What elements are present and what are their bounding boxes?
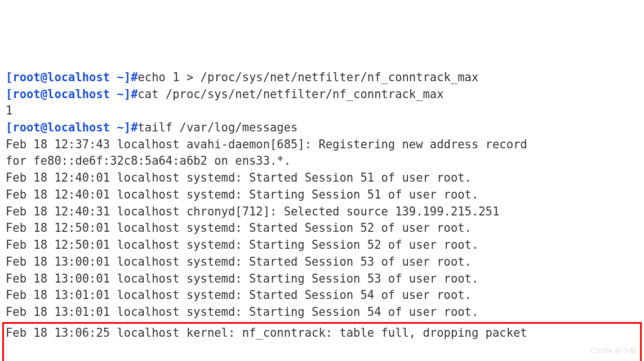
log-line: Feb 18 12:37:43 localhost avahi-daemon[6… — [6, 138, 527, 151]
log-line: Feb 18 12:40:01 localhost systemd: Start… — [6, 171, 472, 184]
highlight-box: Feb 18 13:06:25 localhost kernel: nf_con… — [2, 322, 642, 361]
terminal-output[interactable]: [root@localhost ~]#echo 1 > /proc/sys/ne… — [6, 69, 638, 361]
log-line: Feb 18 12:50:01 localhost systemd: Start… — [6, 221, 472, 235]
log-line: Feb 18 12:40:01 localhost systemd: Start… — [6, 188, 478, 201]
watermark-text: CSDN @小鱼 — [590, 346, 637, 356]
shell-prompt: [root@localhost ~]# — [6, 121, 138, 134]
log-line: Feb 18 13:00:01 localhost systemd: Start… — [6, 272, 478, 285]
shell-prompt: [root@localhost ~]# — [6, 71, 138, 84]
log-line: Feb 18 12:40:31 localhost chronyd[712]: … — [6, 205, 499, 218]
log-line: for fe80::de6f:32c8:5a64:a6b2 on ens33.*… — [6, 154, 291, 168]
log-line: Feb 18 13:01:01 localhost systemd: Start… — [6, 288, 472, 302]
command-text: echo 1 > /proc/sys/net/netfilter/nf_conn… — [138, 71, 479, 84]
log-line: Feb 18 13:01:01 localhost systemd: Start… — [6, 305, 478, 319]
command-text: cat /proc/sys/net/netfilter/nf_conntrack… — [138, 87, 444, 101]
output-line: 1 — [6, 104, 12, 117]
log-line: Feb 18 13:00:01 localhost systemd: Start… — [6, 255, 472, 268]
log-line: Feb 18 12:50:01 localhost systemd: Start… — [6, 238, 478, 252]
shell-prompt: [root@localhost ~]# — [6, 87, 138, 101]
log-line-error: Feb 18 13:06:25 localhost kernel: nf_con… — [6, 326, 527, 340]
command-text: tailf /var/log/messages — [138, 121, 298, 134]
